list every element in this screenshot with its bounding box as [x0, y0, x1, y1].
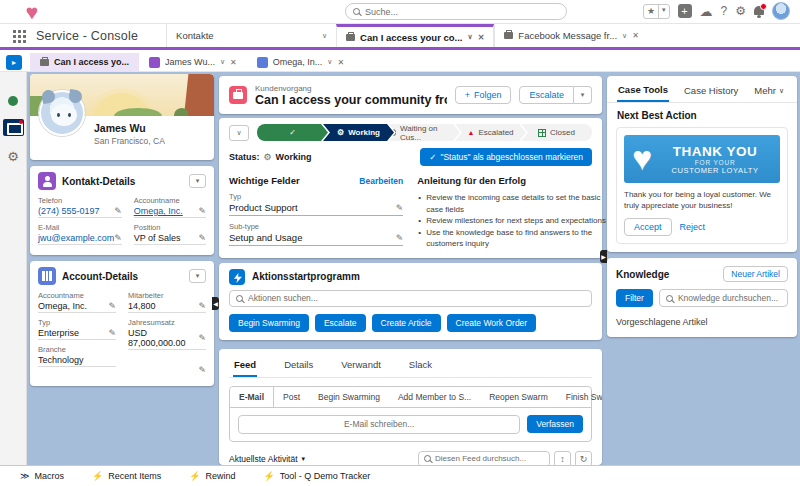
feed-sort-dropdown[interactable]: Aktuellste Aktivität ▾	[229, 454, 305, 464]
publisher-tab-begin-swarming[interactable]: Begin Swarming	[309, 387, 389, 407]
close-icon[interactable]: ✕	[230, 58, 237, 67]
edit-pencil-icon[interactable]: ✎	[198, 233, 206, 243]
new-article-button[interactable]: Neuer Artikel	[723, 266, 788, 282]
mark-status-complete-button[interactable]: ✓ "Status" als abgeschlossen markieren	[420, 148, 592, 166]
edit-pencil-icon[interactable]: ✎	[396, 203, 404, 213]
edit-link[interactable]: Bearbeiten	[359, 176, 403, 186]
publisher-tab-reopen-swarm[interactable]: Reopen Swarm	[480, 387, 557, 407]
close-icon[interactable]: ✕	[337, 58, 344, 67]
path-collapse-toggle[interactable]: ∨	[229, 125, 249, 141]
path-stage-waiting[interactable]: Waiting on Cus...	[389, 124, 460, 141]
feed-search-input[interactable]	[435, 454, 544, 463]
escalate-button[interactable]: Escalate	[519, 86, 574, 104]
feed-search[interactable]	[418, 451, 550, 465]
card-menu-button[interactable]: ▾	[189, 174, 206, 188]
utility-rewind[interactable]: ⚡ Rewind	[177, 466, 247, 486]
chevron-down-icon[interactable]: ∨	[220, 58, 225, 66]
compose-button[interactable]: Verfassen	[527, 415, 583, 433]
email-compose-input[interactable]	[238, 415, 520, 434]
edit-pencil-icon[interactable]: ✎	[114, 233, 122, 243]
edit-pencil-icon[interactable]: ✎	[198, 301, 206, 311]
edit-pencil-icon[interactable]: ✎	[198, 365, 206, 375]
edit-pencil-icon[interactable]: ✎	[198, 333, 206, 343]
split-view-toggle-icon[interactable]: ▸	[6, 55, 22, 70]
publisher-tab-email[interactable]: E-Mail	[230, 387, 274, 407]
nav-tab-case[interactable]: Can I access your co... ∨ ✕	[336, 24, 494, 47]
trailhead-cloud-icon[interactable]: ☁	[700, 5, 713, 18]
notifications-bell-icon[interactable]	[754, 6, 764, 17]
user-avatar[interactable]	[772, 2, 790, 20]
reject-link[interactable]: Reject	[680, 222, 706, 232]
chevron-down-icon[interactable]: ▾	[658, 5, 669, 18]
knowledge-search[interactable]	[659, 289, 788, 307]
setup-gear-icon[interactable]: ⚙	[735, 5, 746, 17]
nav-tab-facebook-message[interactable]: Facebook Message fr... ∨ ✕	[494, 24, 648, 47]
tab-case-history[interactable]: Case History	[683, 82, 739, 102]
publisher-tab-finish-swarming[interactable]: Finish Swarming	[557, 387, 602, 407]
subtab-contact-james-wu[interactable]: James Wu... ∨ ✕	[139, 53, 247, 71]
tab-case-tools[interactable]: Case Tools	[617, 82, 669, 102]
edit-pencil-icon[interactable]: ✎	[396, 233, 404, 243]
tab-slack[interactable]: Slack	[408, 356, 433, 377]
email-link[interactable]: jwu@example.com	[38, 233, 114, 243]
knowledge-search-input[interactable]	[678, 293, 781, 303]
global-search[interactable]	[345, 3, 567, 20]
subtab-case[interactable]: Can I access yo...	[30, 53, 139, 71]
help-icon[interactable]: ?	[721, 5, 728, 17]
presence-status-icon[interactable]	[8, 96, 18, 106]
collapse-left-panel-handle[interactable]: ◀	[212, 297, 219, 310]
phone-link[interactable]: (274) 555-0197	[38, 206, 100, 216]
collapse-right-panel-handle[interactable]: ▶	[600, 250, 607, 263]
card-menu-button[interactable]: ▾	[189, 269, 206, 283]
publisher-tab-add-member[interactable]: Add Member to S...	[389, 387, 480, 407]
gear-icon[interactable]: ⚙	[7, 149, 19, 164]
create-work-order-button[interactable]: Create Work Order	[447, 314, 537, 332]
collapse-all-button[interactable]: ↕	[554, 451, 571, 465]
status-label: Status:	[229, 152, 260, 162]
publisher-tab-post[interactable]: Post	[274, 387, 309, 407]
field-subtype: Sub-type Setup and Usage ✎	[229, 222, 403, 246]
chevron-down-icon[interactable]: ∨	[327, 58, 332, 66]
global-actions-button[interactable]: +	[678, 4, 692, 18]
utility-macros[interactable]: ≫ Macros	[8, 466, 76, 486]
edit-pencil-icon[interactable]: ✎	[108, 301, 116, 311]
accept-button[interactable]: Accept	[624, 218, 672, 236]
edit-pencil-icon[interactable]: ✎	[108, 328, 116, 338]
filter-button[interactable]: Filter	[616, 289, 653, 307]
chevron-down-icon[interactable]: ∨	[468, 33, 473, 41]
escalate-action-button[interactable]: Escalate	[315, 314, 366, 332]
subtab-account-omega[interactable]: Omega, In... ∨ ✕	[247, 53, 354, 71]
refresh-feed-button[interactable]: ↻	[575, 451, 592, 465]
edit-pencil-icon[interactable]: ✎	[198, 206, 206, 216]
tab-verwandt[interactable]: Verwandt	[340, 356, 382, 377]
path-stage-closed[interactable]: Closed	[521, 124, 592, 141]
more-actions-dropdown[interactable]: ▾	[574, 86, 592, 104]
path-stage-new[interactable]: ✓	[257, 124, 328, 141]
contact-details-card: Kontakt-Details ▾ Telefon (274) 555-0197…	[30, 166, 214, 255]
utility-recent-items[interactable]: ⚡ Recent Items	[80, 466, 173, 486]
create-article-button[interactable]: Create Article	[372, 314, 441, 332]
tab-mehr[interactable]: Mehr ∨	[753, 82, 785, 102]
utility-demo-tracker[interactable]: ⚡ Tool - Q Demo Tracker	[251, 466, 382, 486]
edit-pencil-icon[interactable]: ✎	[114, 206, 122, 216]
favorites-button[interactable]: ★ ▾	[643, 4, 670, 19]
begin-swarming-button[interactable]: Begin Swarming	[229, 314, 309, 332]
close-icon[interactable]: ✕	[478, 33, 485, 42]
app-launcher-waffle-icon[interactable]	[12, 29, 26, 43]
nav-tab-kontakte[interactable]: Kontakte ∨	[166, 24, 336, 47]
path-stage-escalated[interactable]: ▲ Escalated	[455, 124, 526, 141]
action-search-input[interactable]	[248, 293, 585, 303]
heart-icon: ♥	[632, 141, 652, 175]
field-typ: Typ Product Support ✎	[229, 192, 403, 216]
chevron-down-icon[interactable]: ∨	[622, 32, 627, 40]
follow-button[interactable]: + Folgen	[455, 86, 512, 104]
action-search[interactable]	[229, 290, 592, 307]
chevron-down-icon[interactable]: ∨	[322, 32, 327, 40]
account-link[interactable]: Omega, Inc.	[134, 206, 183, 216]
close-icon[interactable]: ✕	[632, 31, 639, 40]
tab-feed[interactable]: Feed	[233, 356, 257, 377]
omni-channel-monitor-icon[interactable]	[3, 119, 24, 136]
tab-details[interactable]: Details	[283, 356, 314, 377]
path-stage-working[interactable]: ⚙ Working	[323, 124, 394, 141]
global-search-input[interactable]	[365, 7, 559, 17]
